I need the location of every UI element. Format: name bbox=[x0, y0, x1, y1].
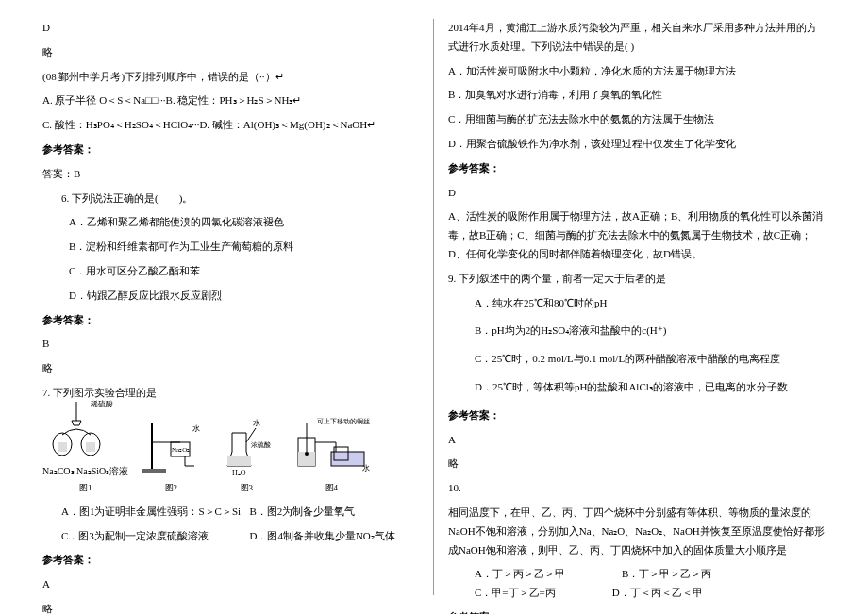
q6-optd: D．钠跟乙醇反应比跟水反应剧烈 bbox=[42, 287, 419, 306]
q8-opta: A．加活性炭可吸附水中小颗粒，净化水质的方法属于物理方法 bbox=[448, 62, 826, 81]
svg-text:水: 水 bbox=[253, 419, 260, 427]
diag1-bottom-label: Na₂CO₃ Na₂SiO₃溶液 bbox=[42, 463, 128, 480]
q7-opta: A．图1为证明非金属性强弱：S＞C＞Si bbox=[42, 503, 249, 522]
answer-b: B bbox=[42, 335, 419, 354]
svg-text:H₂O: H₂O bbox=[232, 469, 246, 477]
svg-rect-4 bbox=[86, 442, 95, 452]
ref-answer-label-6: 参考答案： bbox=[448, 608, 826, 614]
svg-text:可上下移动的铜丝: 可上下移动的铜丝 bbox=[317, 418, 370, 425]
ref-answer-label-3: 参考答案： bbox=[42, 551, 419, 570]
explanation-1: A、活性炭的吸附作用属于物理方法，故A正确；B、利用物质的氧化性可以杀菌消毒，故… bbox=[448, 207, 826, 263]
q10-num: 10. bbox=[448, 479, 826, 498]
diag3-caption: 图3 bbox=[241, 480, 254, 495]
ref-answer-label-5: 参考答案： bbox=[448, 407, 826, 425]
svg-point-19 bbox=[305, 452, 309, 456]
q10-optb: B．丁＞甲＞乙＞丙 bbox=[622, 565, 711, 584]
q6-opta: A．乙烯和聚乙烯都能使溴的四氯化碳溶液褪色 bbox=[42, 213, 419, 232]
q5-stem: (08 鄞州中学月考)下列排列顺序中，错误的是（··）↵ bbox=[42, 68, 419, 87]
q6-optb: B．淀粉和纤维素都可作为工业生产葡萄糖的原料 bbox=[42, 238, 419, 257]
answer-a-2: A bbox=[448, 431, 826, 450]
diagram-2: Na₂O₂ 水 图2 bbox=[138, 414, 204, 495]
q7-optd: D．图4制备并收集少量NO₂气体 bbox=[249, 527, 419, 546]
svg-text:稀硫酸: 稀硫酸 bbox=[91, 400, 113, 408]
q7-optb: B．图2为制备少量氧气 bbox=[249, 503, 419, 522]
svg-text:浓硫酸: 浓硫酸 bbox=[251, 441, 271, 449]
svg-text:水: 水 bbox=[192, 424, 200, 433]
answer-d: D bbox=[42, 19, 419, 38]
q8-optd: D．用聚合硫酸铁作为净水剂，该处理过程中仅发生了化学变化 bbox=[448, 135, 826, 154]
q5-optc: C. 酸性：H₃PO₄＜H₂SO₄＜HClO₄···D. 碱性：Al(OH)₃＜… bbox=[42, 116, 419, 135]
q9-optb: B．pH均为2的H₂SO₄溶液和盐酸中的c(H⁺) bbox=[448, 322, 826, 340]
q10-stem: 相同温度下，在甲、乙、丙、丁四个烧杯中分别盛有等体积、等物质的量浓度的NaOH不… bbox=[448, 504, 826, 559]
diagram-1: 稀硫酸 Na₂CO₃ Na₂SiO₃溶液 图1 bbox=[42, 397, 128, 495]
q8-stem: 2014年4月，黄浦江上游水质污染较为严重，相关自来水厂采用多种方法并用的方式进… bbox=[448, 19, 826, 57]
q8-optb: B．加臭氧对水进行消毒，利用了臭氧的氧化性 bbox=[448, 86, 826, 105]
ref-answer-label-4: 参考答案： bbox=[448, 159, 826, 178]
answer-a-1: A bbox=[42, 575, 419, 594]
svg-rect-3 bbox=[58, 442, 67, 452]
q10-opta: A．丁＞丙＞乙＞甲 bbox=[475, 565, 565, 584]
q9-optd: D．25℃时，等体积等pH的盐酸和AlCl₃的溶液中，已电离的水分子数 bbox=[448, 378, 826, 397]
q9-optc: C．25℃时，0.2 mol/L与0.1 mol/L的两种醋酸溶液中醋酸的电离程… bbox=[448, 350, 826, 369]
brief-2: 略 bbox=[42, 359, 419, 378]
q8-optc: C．用细菌与酶的扩充法去除水中的氨氮的方法属于生物法 bbox=[448, 110, 826, 129]
diag2-caption: 图2 bbox=[165, 480, 178, 495]
q9-stem: 9. 下列叙述中的两个量，前者一定大于后者的是 bbox=[448, 270, 826, 289]
diagram-row: 稀硫酸 Na₂CO₃ Na₂SiO₃溶液 图1 Na₂O₂ 水 图2 水 bbox=[42, 410, 419, 495]
q6-stem: 6. 下列说法正确的是( )。 bbox=[42, 190, 419, 208]
diag1-caption: 图1 bbox=[79, 480, 92, 495]
diagram-4: 可上下移动的铜丝 水 图4 bbox=[289, 414, 374, 495]
brief-1: 略 bbox=[42, 43, 419, 62]
q10-optd: D．丁＜丙＜乙＜甲 bbox=[612, 584, 703, 603]
q7-optc: C．图3为配制一定浓度硫酸溶液 bbox=[42, 527, 249, 546]
brief-3: 略 bbox=[42, 600, 419, 614]
brief-4: 略 bbox=[448, 455, 826, 473]
svg-rect-11 bbox=[227, 456, 251, 466]
svg-rect-7 bbox=[142, 469, 166, 473]
diagram-3: 水 浓硫酸 H₂O 图3 bbox=[213, 414, 279, 495]
q10-optc: C．甲=丁＞乙=丙 bbox=[475, 584, 556, 603]
q5-opta: A. 原子半径 O＜S＜Na□□···B. 稳定性：PH₃＞H₂S＞NH₃↵ bbox=[42, 91, 419, 110]
answer-b-line: 答案：B bbox=[42, 165, 419, 184]
ref-answer-label-2: 参考答案： bbox=[42, 311, 419, 330]
svg-text:水: 水 bbox=[362, 464, 370, 473]
ref-answer-label-1: 参考答案： bbox=[42, 141, 419, 159]
svg-text:Na₂O₂: Na₂O₂ bbox=[172, 446, 190, 454]
q9-opta: A．纯水在25℃和80℃时的pH bbox=[448, 294, 826, 313]
svg-line-12 bbox=[246, 428, 256, 442]
diag4-caption: 图4 bbox=[326, 480, 339, 495]
q6-optc: C．用水可区分乙酸乙酯和苯 bbox=[42, 262, 419, 281]
answer-d2: D bbox=[448, 184, 826, 203]
